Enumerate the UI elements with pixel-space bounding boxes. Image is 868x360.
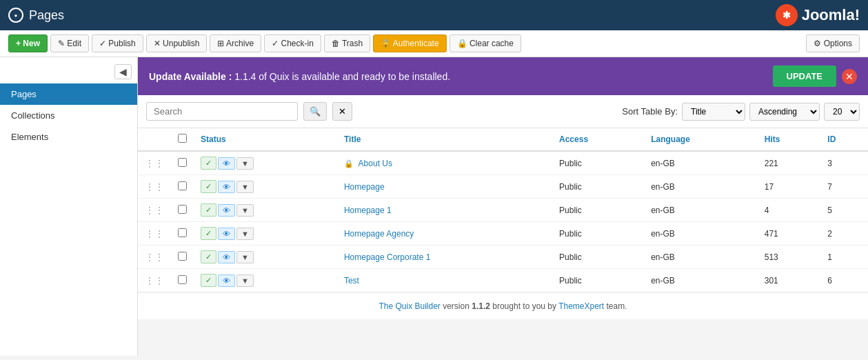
status-cell: ✓ 👁 ▼ [194,246,337,269]
sort-order-select[interactable]: Ascending Descending [749,103,820,121]
drag-handle-icon[interactable]: ⋮⋮ [145,252,164,263]
more-actions-button[interactable]: ▼ [236,274,254,287]
joomla-icon: ✱ [776,4,798,26]
row-checkbox[interactable] [178,275,187,284]
status-cell: ✓ 👁 ▼ [194,151,337,175]
col-language[interactable]: Language [644,128,758,151]
page-footer: The Quix Builder version 1.1.2 brought t… [138,292,868,319]
search-button[interactable]: 🔍 [303,102,327,121]
more-actions-button[interactable]: ▼ [236,181,254,193]
drag-handle-icon[interactable]: ⋮⋮ [145,205,164,216]
app-icon [8,8,23,23]
checkbox-cell [171,222,194,246]
col-title[interactable]: Title [337,128,552,151]
more-actions-button[interactable]: ▼ [236,157,254,170]
preview-button[interactable]: 👁 [218,274,235,287]
sort-by-select[interactable]: Title Status Access Language Hits ID [682,103,745,121]
row-checkbox[interactable] [178,205,187,214]
main-layout: ◀ Pages Collections Elements Update Avai… [0,57,868,356]
more-actions-button[interactable]: ▼ [236,251,254,263]
app-title: Pages [29,8,776,23]
footer-team-suffix: team. [607,301,627,311]
row-checkbox[interactable] [178,181,187,190]
checkin-button[interactable]: ✓ Check-in [264,34,321,52]
preview-button[interactable]: 👁 [218,228,235,240]
drag-handle-icon[interactable]: ⋮⋮ [145,181,164,192]
language-cell: en-GB [644,175,758,199]
page-title-link[interactable]: About Us [359,159,392,168]
access-cell: Public [552,199,644,222]
footer-version-text: version [443,301,472,311]
new-button[interactable]: + New [8,34,48,52]
sidebar-toggle-button[interactable]: ◀ [114,64,132,79]
sidebar-item-pages[interactable]: Pages [0,83,137,105]
update-banner-text: Update Available : 1.1.4 of Quix is avai… [149,71,450,82]
row-action-buttons: ✓ 👁 ▼ [201,274,330,287]
status-toggle-button[interactable]: ✓ [201,227,216,240]
clear-search-button[interactable]: ✕ [332,102,352,121]
title-cell: Homepage [337,175,552,199]
page-title-link[interactable]: Homepage Agency [344,229,414,239]
status-toggle-button[interactable]: ✓ [201,180,216,193]
authenticate-button[interactable]: 🔒 Authenticate [373,34,446,52]
drag-handle-icon[interactable]: ⋮⋮ [145,275,164,286]
more-actions-button[interactable]: ▼ [236,204,254,217]
select-all-checkbox[interactable] [178,134,187,143]
col-access[interactable]: Access [552,128,644,151]
row-action-buttons: ✓ 👁 ▼ [201,180,330,193]
footer-version-number: 1.1.2 [472,301,490,311]
status-toggle-button[interactable]: ✓ [201,157,216,170]
status-toggle-button[interactable]: ✓ [201,274,216,287]
hits-cell: 513 [758,246,821,269]
page-title-link[interactable]: Homepage Corporate 1 [344,252,430,262]
update-banner-actions: UPDATE ✕ [773,66,857,87]
row-checkbox[interactable] [178,252,187,261]
team-link[interactable]: ThemeXpert [558,301,604,311]
clear-cache-button[interactable]: 🔒 Clear cache [450,34,521,52]
col-hits[interactable]: Hits [758,128,821,151]
builder-link[interactable]: The Quix Builder [379,301,440,311]
drag-handle-icon[interactable]: ⋮⋮ [145,228,164,239]
row-action-buttons: ✓ 👁 ▼ [201,250,330,263]
col-status[interactable]: Status [194,128,337,151]
sidebar-item-collections[interactable]: Collections [0,105,137,126]
unpublish-button[interactable]: ✕ Unpublish [146,34,208,52]
status-toggle-button[interactable]: ✓ [201,203,216,217]
more-actions-button[interactable]: ▼ [236,228,254,240]
id-cell: 7 [820,175,868,199]
content-toolbar: 🔍 ✕ Sort Table By: Title Status Access L… [138,95,868,128]
trash-button[interactable]: 🗑 Trash [324,34,370,52]
edit-button[interactable]: ✎ Edit [50,34,89,52]
page-title-link[interactable]: Test [344,276,359,286]
id-cell: 2 [820,222,868,246]
preview-button[interactable]: 👁 [218,181,235,193]
per-page-select[interactable]: 20 5 10 15 25 50 [824,103,860,121]
sidebar-toggle-area: ◀ [0,60,137,83]
row-checkbox[interactable] [178,228,187,237]
preview-button[interactable]: 👁 [218,251,235,263]
update-banner-body: 1.1.4 of Quix is available and ready to … [234,71,450,82]
sidebar-item-elements[interactable]: Elements [0,126,137,148]
title-cell: Homepage 1 [337,199,552,222]
col-id[interactable]: ID [820,128,868,151]
joomla-label: Joomla! [802,6,860,24]
status-cell: ✓ 👁 ▼ [194,175,337,199]
publish-button[interactable]: ✓ Publish [92,34,143,52]
archive-button[interactable]: ⊞ Archive [210,34,261,52]
update-button[interactable]: UPDATE [773,66,836,87]
footer-credit-text: brought to you by [492,301,558,311]
preview-button[interactable]: 👁 [218,204,235,217]
id-cell: 6 [820,269,868,292]
search-input[interactable] [146,102,298,121]
preview-button[interactable]: 👁 [218,157,235,170]
status-toggle-button[interactable]: ✓ [201,250,216,263]
hits-cell: 17 [758,175,821,199]
drag-handle-icon[interactable]: ⋮⋮ [145,158,164,169]
row-checkbox[interactable] [178,158,187,167]
options-button[interactable]: ⚙ Options [806,34,860,52]
drag-handle-cell: ⋮⋮ [138,151,171,175]
close-banner-button[interactable]: ✕ [842,69,857,84]
page-title-link[interactable]: Homepage 1 [344,206,392,215]
status-cell: ✓ 👁 ▼ [194,199,337,222]
page-title-link[interactable]: Homepage [344,182,385,192]
